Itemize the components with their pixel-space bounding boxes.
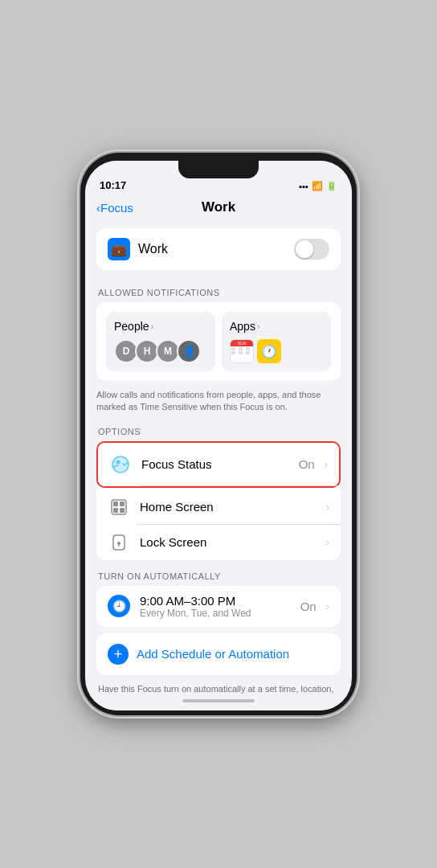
avatar-photo: 👤 bbox=[177, 339, 201, 363]
people-title: People › bbox=[114, 320, 207, 333]
schedule-text: 9:00 AM–3:00 PM Every Mon, Tue, and Wed bbox=[140, 594, 291, 619]
add-schedule-icon: + bbox=[108, 644, 129, 665]
people-box[interactable]: People › D H M 👤 bbox=[106, 312, 215, 371]
work-label: Work bbox=[138, 242, 286, 256]
back-label: Focus bbox=[100, 201, 133, 215]
nav-bar: ‹ Focus Work bbox=[85, 196, 352, 222]
home-screen-label: Home Screen bbox=[140, 500, 317, 514]
lock-screen-label: Lock Screen bbox=[140, 535, 317, 549]
allowed-description: Allow calls and notifications from peopl… bbox=[85, 381, 352, 416]
notch bbox=[178, 161, 259, 178]
add-schedule-label: Add Schedule or Automation bbox=[137, 647, 289, 661]
home-bar bbox=[85, 694, 352, 710]
lock-screen-chevron: › bbox=[326, 536, 329, 548]
options-card: Focus Status On › H bbox=[96, 441, 341, 560]
people-chevron: › bbox=[151, 321, 154, 331]
people-avatars: D H M 👤 bbox=[114, 339, 207, 363]
schedule-clock-icon: 🕘 bbox=[108, 595, 130, 617]
content-area: 💼 Work ALLOWED NOTIFICATIONS People › bbox=[85, 222, 352, 694]
schedule-value: On bbox=[300, 600, 317, 613]
svg-rect-6 bbox=[113, 508, 118, 513]
focus-status-icon bbox=[109, 453, 132, 476]
svg-rect-4 bbox=[113, 502, 118, 506]
back-button[interactable]: ‹ Focus bbox=[96, 201, 133, 215]
apps-title: Apps › bbox=[230, 320, 323, 333]
page-title: Work bbox=[202, 199, 235, 215]
focus-status-row[interactable]: Focus Status On › bbox=[96, 441, 341, 488]
status-time: 10:17 bbox=[100, 179, 126, 191]
work-toggle-switch[interactable] bbox=[294, 239, 329, 260]
focus-status-chevron: › bbox=[325, 458, 328, 470]
schedule-chevron: › bbox=[326, 600, 329, 612]
svg-rect-5 bbox=[120, 502, 125, 506]
phone-screen: 10:17 ▪▪▪ 📶 🔋 ‹ Focus Work 💼 Work bbox=[85, 161, 352, 710]
lock-screen-icon bbox=[108, 531, 130, 554]
home-screen-chevron: › bbox=[326, 501, 329, 513]
auto-schedule-card: 🕘 9:00 AM–3:00 PM Every Mon, Tue, and We… bbox=[96, 586, 341, 627]
allowed-notifications-card: People › D H M 👤 bbox=[96, 302, 341, 381]
schedule-time: 9:00 AM–3:00 PM bbox=[140, 594, 291, 608]
schedule-days: Every Mon, Tue, and Wed bbox=[140, 608, 291, 619]
signal-icon: ▪▪▪ bbox=[299, 182, 308, 191]
work-toggle-row: 💼 Work bbox=[96, 228, 341, 270]
apps-chevron: › bbox=[257, 321, 260, 331]
phone-frame: 10:17 ▪▪▪ 📶 🔋 ‹ Focus Work 💼 Work bbox=[80, 153, 357, 715]
clock-app-icon: 🕐 bbox=[257, 339, 281, 363]
battery-icon: 🔋 bbox=[326, 181, 337, 191]
allowed-notifications-header: ALLOWED NOTIFICATIONS bbox=[85, 276, 352, 302]
apps-box[interactable]: Apps › SUN bbox=[222, 312, 331, 371]
home-screen-icon bbox=[108, 496, 130, 518]
add-schedule-row[interactable]: + Add Schedule or Automation bbox=[96, 633, 341, 675]
work-icon: 💼 bbox=[108, 238, 130, 260]
calendar-app-icon: SUN bbox=[230, 339, 254, 363]
options-header: OPTIONS bbox=[85, 416, 352, 441]
schedule-row[interactable]: 🕘 9:00 AM–3:00 PM Every Mon, Tue, and We… bbox=[96, 586, 341, 627]
focus-status-label: Focus Status bbox=[141, 457, 289, 471]
auto-header: TURN ON AUTOMATICALLY bbox=[85, 560, 352, 586]
status-icons: ▪▪▪ 📶 🔋 bbox=[299, 181, 337, 191]
home-indicator bbox=[182, 699, 255, 702]
app-icons: SUN 🕐 bbox=[230, 339, 323, 363]
home-screen-row[interactable]: Home Screen › bbox=[96, 489, 341, 525]
work-toggle-card: 💼 Work bbox=[96, 228, 341, 270]
svg-point-9 bbox=[117, 542, 120, 545]
lock-screen-row[interactable]: Lock Screen › bbox=[96, 525, 341, 560]
svg-rect-7 bbox=[120, 508, 125, 513]
bottom-description: Have this Focus turn on automatically at… bbox=[85, 675, 352, 694]
focus-status-value: On bbox=[299, 457, 315, 471]
svg-point-2 bbox=[116, 460, 120, 464]
allowed-row: People › D H M 👤 bbox=[106, 312, 331, 371]
wifi-icon: 📶 bbox=[312, 181, 323, 191]
